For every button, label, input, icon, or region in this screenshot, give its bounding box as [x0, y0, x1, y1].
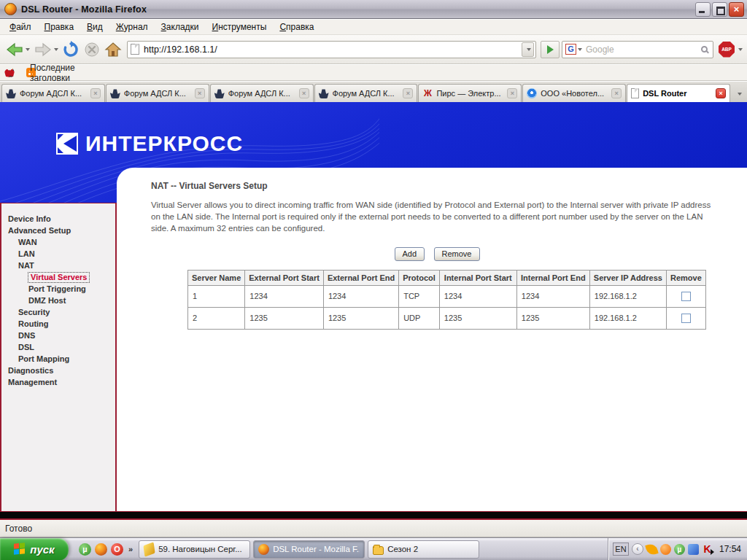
taskbar-button-label: DSL Router - Mozilla F...	[273, 545, 360, 553]
col-header-int-port-start: Internal Port Start	[439, 270, 516, 285]
forward-history-caret[interactable]	[54, 48, 58, 51]
adblock-caret[interactable]	[738, 48, 743, 51]
browser-tab[interactable]: Форум АДСЛ К... ×	[210, 84, 314, 102]
sidebar-item[interactable]: DNS	[1, 330, 115, 341]
tab-close-icon[interactable]: ×	[403, 88, 413, 98]
tab-bar: Форум АДСЛ К... × Форум АДСЛ К... × Фору…	[0, 82, 747, 102]
menu-item[interactable]: Журнал	[109, 20, 155, 34]
url-dropdown-button[interactable]	[522, 42, 534, 57]
go-button[interactable]	[541, 41, 560, 58]
browser-tab[interactable]: ООО «Новотел... ×	[522, 84, 626, 102]
menu-item[interactable]: Вид	[80, 20, 109, 34]
utorrent-icon[interactable]: µ	[79, 543, 91, 556]
firefox-window: DSL Router - Mozilla Firefox × ФайлПравк…	[0, 0, 747, 560]
sidebar-item[interactable]: Advanced Setup	[1, 225, 115, 236]
add-button[interactable]: Add	[395, 247, 425, 261]
sidebar-item-label: Port Mapping	[18, 354, 69, 363]
cell-protocol: UDP	[399, 307, 440, 329]
browser-tab[interactable]: Пирс — Электр... ×	[418, 84, 522, 102]
taskbar-button[interactable]: 59. Наговицын Серг...	[139, 540, 250, 559]
col-header-server-ip: Server IP Address	[589, 270, 666, 285]
bookmark-item[interactable]: Последние заголовки	[26, 68, 36, 77]
reload-button[interactable]	[61, 39, 80, 61]
hide-tray-icons-button[interactable]: ‹	[632, 543, 643, 555]
brand-logo: ИНТЕРКРОСС	[55, 131, 243, 156]
remove-button[interactable]: Remove	[434, 247, 480, 261]
start-button[interactable]: пуск	[0, 538, 69, 560]
list-all-tabs-button[interactable]	[732, 86, 746, 102]
sidebar-item[interactable]: Port Triggering	[1, 283, 115, 295]
col-header-ext-port-start: External Port Start	[245, 270, 324, 285]
taskbar-button[interactable]: DSL Router - Mozilla F...	[253, 540, 365, 559]
bookmark-item[interactable]: Начальная страница	[4, 69, 15, 77]
sidebar-item-label: DMZ Host	[28, 296, 66, 305]
tab-label: Форум АДСЛ К...	[20, 89, 87, 98]
tray-icon-kaspersky[interactable]: K	[702, 544, 713, 555]
browser-tab[interactable]: Форум АДСЛ К... ×	[314, 84, 418, 102]
remove-checkbox[interactable]	[681, 292, 691, 301]
tray-icon-orange[interactable]	[645, 542, 658, 556]
tray-icon-ball[interactable]	[660, 544, 671, 555]
sidebar-item[interactable]: Routing	[1, 318, 115, 330]
opera-icon[interactable]: O	[111, 543, 123, 556]
tab-close-icon[interactable]: ×	[90, 88, 101, 98]
forward-button[interactable]	[33, 39, 59, 61]
sidebar-item[interactable]: Security	[1, 306, 115, 318]
menu-item[interactable]: Инструменты	[206, 20, 274, 34]
search-input[interactable]	[586, 44, 701, 55]
taskbar-button[interactable]: Сезон 2	[368, 540, 479, 559]
cell-server-name: 2	[188, 307, 245, 329]
navigation-toolbar: G ABP	[0, 35, 747, 64]
sidebar-item[interactable]: Virtual Servers	[1, 271, 115, 283]
stop-button[interactable]	[82, 39, 101, 61]
window-title: DSL Router - Mozilla Firefox	[21, 4, 147, 15]
cell-server-ip: 192.168.1.2	[589, 285, 666, 307]
browser-tab[interactable]: Форум АДСЛ К... ×	[1, 84, 105, 102]
remove-checkbox[interactable]	[681, 314, 691, 323]
browser-tab[interactable]: DSL Router ×	[627, 84, 730, 102]
tab-close-icon[interactable]: ×	[716, 88, 726, 98]
sidebar-item[interactable]: Diagnostics	[1, 365, 115, 376]
search-icon[interactable]	[701, 46, 708, 52]
sidebar-item[interactable]: Device Info	[1, 213, 115, 225]
language-indicator[interactable]: EN	[613, 542, 629, 556]
sidebar-item[interactable]: Management	[1, 376, 115, 388]
menu-item[interactable]: Закладки	[155, 20, 206, 34]
sidebar-item[interactable]: DMZ Host	[1, 295, 115, 306]
url-input[interactable]	[144, 44, 522, 55]
tab-close-icon[interactable]: ×	[195, 88, 205, 98]
tab-close-icon[interactable]: ×	[507, 88, 517, 98]
sidebar-item[interactable]: DSL	[1, 341, 115, 353]
home-button[interactable]	[104, 39, 123, 61]
menu-item[interactable]: Файл	[3, 20, 38, 34]
sidebar-item-label: Port Triggering	[28, 284, 86, 293]
firefox-quicklaunch-icon[interactable]	[95, 543, 107, 556]
tab-close-icon[interactable]: ×	[611, 88, 622, 98]
tab-close-icon[interactable]: ×	[299, 88, 309, 98]
sidebar-item[interactable]: WAN	[1, 236, 115, 248]
back-button[interactable]	[4, 39, 31, 61]
firefox-icon	[4, 3, 17, 15]
tab-label: ООО «Новотел...	[541, 89, 608, 98]
adblock-icon[interactable]: ABP	[719, 42, 735, 58]
minimize-button[interactable]	[695, 2, 711, 17]
sidebar-item-label: DSL	[18, 343, 34, 351]
tab-favicon	[631, 88, 639, 98]
sidebar-item[interactable]: NAT	[1, 260, 115, 271]
close-button[interactable]: ×	[729, 2, 744, 17]
system-tray: EN ‹ µ K 17:54	[608, 538, 747, 560]
cell-ext-port-end: 1234	[323, 285, 398, 307]
sidebar-item[interactable]: Port Mapping	[1, 353, 115, 365]
sidebar-item[interactable]: LAN	[1, 248, 115, 260]
menu-item[interactable]: Правка	[38, 20, 81, 34]
restore-button[interactable]	[712, 2, 727, 17]
sidebar-item-label: NAT	[18, 261, 34, 270]
tray-icon-blue[interactable]	[688, 544, 699, 555]
back-history-caret[interactable]	[26, 48, 30, 51]
google-engine-icon[interactable]: G	[565, 44, 576, 55]
menu-item[interactable]: Справка	[273, 20, 320, 34]
quicklaunch-overflow-chevron[interactable]: »	[127, 545, 134, 553]
browser-tab[interactable]: Форум АДСЛ К... ×	[106, 84, 209, 102]
tray-icon-utorrent[interactable]: µ	[674, 544, 685, 555]
engine-caret[interactable]	[578, 48, 582, 51]
